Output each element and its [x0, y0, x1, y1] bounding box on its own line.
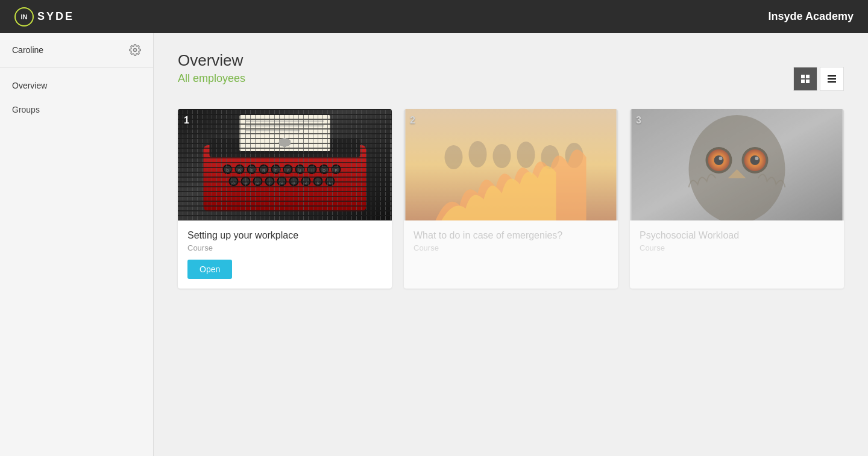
svg-rect-6	[828, 78, 836, 80]
svg-rect-2	[806, 75, 810, 78]
svg-rect-7	[828, 81, 836, 83]
svg-rect-3	[801, 80, 805, 83]
svg-point-69	[326, 176, 335, 186]
svg-point-40	[321, 166, 328, 173]
svg-text:P: P	[335, 169, 337, 172]
card-1-open-button[interactable]: Open	[187, 260, 232, 279]
list-icon	[827, 74, 837, 84]
svg-point-70	[327, 178, 334, 185]
svg-point-58	[278, 178, 286, 185]
svg-rect-10	[210, 139, 360, 157]
card-1-title: Setting up your workplace	[187, 230, 382, 241]
page-title: Overview	[178, 51, 844, 70]
svg-text:U: U	[298, 169, 301, 172]
gear-icon[interactable]	[129, 44, 141, 56]
svg-rect-4	[806, 80, 810, 83]
svg-text:Y: Y	[286, 169, 289, 172]
svg-point-18	[235, 164, 245, 174]
svg-point-43	[333, 166, 340, 173]
svg-point-15	[223, 164, 233, 174]
svg-text:T: T	[275, 169, 277, 172]
card-1: 1	[178, 109, 392, 289]
svg-point-22	[248, 166, 256, 173]
card-3-title: Psychosocial Workload	[640, 230, 834, 241]
svg-point-24	[259, 164, 269, 174]
card-3-image-svg	[630, 109, 844, 220]
sidebar-username: Caroline	[12, 45, 43, 55]
svg-point-37	[309, 166, 316, 173]
svg-point-61	[291, 178, 298, 185]
svg-point-67	[315, 178, 322, 185]
svg-point-64	[303, 178, 310, 185]
view-toggle	[793, 67, 844, 91]
svg-point-86	[750, 155, 760, 165]
sidebar-user-row: Caroline	[0, 33, 153, 67]
svg-point-16	[224, 166, 231, 173]
svg-rect-9	[204, 145, 366, 211]
svg-text:H: H	[292, 181, 295, 184]
svg-text:O: O	[322, 169, 326, 172]
card-1-image-svg: Q W E R T Y U I O P A S D F	[178, 109, 392, 220]
logo-icon: IN	[14, 7, 34, 27]
grid-icon	[800, 74, 810, 84]
svg-point-45	[229, 176, 239, 186]
main-content: Overview All employees	[154, 33, 868, 456]
card-3-number: 3	[636, 115, 641, 126]
card-2-image	[404, 109, 618, 220]
card-1-number: 1	[184, 115, 189, 126]
svg-text:G: G	[280, 181, 283, 184]
svg-point-33	[295, 164, 305, 174]
svg-rect-11	[240, 115, 330, 151]
sidebar-item-overview[interactable]: Overview	[0, 73, 153, 98]
svg-rect-1	[801, 75, 805, 78]
card-1-body: Setting up your workplace Course Open	[178, 220, 392, 289]
card-2: 2	[404, 109, 618, 289]
svg-point-73	[445, 145, 463, 169]
svg-point-85	[714, 155, 724, 165]
svg-point-87	[719, 157, 723, 160]
svg-point-57	[277, 176, 287, 186]
cards-grid: 1	[178, 109, 844, 289]
logo: IN SYDE	[14, 7, 74, 27]
card-1-type: Course	[187, 243, 382, 252]
card-2-body: What to do in case of emergenies? Course	[404, 220, 618, 269]
app-title: Insyde Academy	[769, 10, 854, 23]
svg-text:R: R	[262, 169, 265, 172]
card-2-title: What to do in case of emergenies?	[414, 230, 608, 241]
svg-text:A: A	[232, 181, 234, 184]
svg-point-76	[517, 142, 535, 168]
svg-point-21	[247, 164, 257, 174]
list-view-button[interactable]	[820, 67, 844, 91]
sidebar-nav: Overview Groups	[0, 67, 153, 128]
svg-point-49	[242, 178, 250, 185]
svg-point-54	[265, 176, 275, 186]
card-3-image	[630, 109, 844, 220]
svg-point-80	[689, 115, 785, 220]
svg-point-48	[241, 176, 251, 186]
card-3-type: Course	[640, 243, 834, 252]
sidebar: Caroline Overview Groups	[0, 33, 154, 456]
svg-point-74	[469, 141, 487, 167]
svg-point-60	[289, 176, 299, 186]
card-2-number: 2	[410, 115, 415, 126]
svg-text:W: W	[238, 169, 242, 172]
card-3-body: Psychosocial Workload Course	[630, 220, 844, 269]
logo-text: SYDE	[37, 10, 74, 23]
card-2-image-svg	[404, 109, 618, 220]
svg-point-36	[307, 164, 317, 174]
grid-view-button[interactable]	[793, 67, 817, 91]
svg-text:Q: Q	[226, 169, 229, 172]
top-navigation: IN SYDE Insyde Academy	[0, 0, 868, 33]
svg-point-88	[755, 157, 759, 160]
svg-point-63	[301, 176, 311, 186]
sidebar-item-groups[interactable]: Groups	[0, 98, 153, 122]
svg-point-30	[283, 164, 293, 174]
svg-point-66	[313, 176, 323, 186]
svg-point-39	[319, 164, 329, 174]
svg-text:K: K	[316, 181, 319, 184]
svg-point-19	[236, 166, 244, 173]
svg-point-46	[230, 178, 237, 185]
svg-point-27	[271, 164, 281, 174]
page-subtitle: All employees	[178, 72, 844, 85]
card-1-image: Q W E R T Y U I O P A S D F	[178, 109, 392, 220]
